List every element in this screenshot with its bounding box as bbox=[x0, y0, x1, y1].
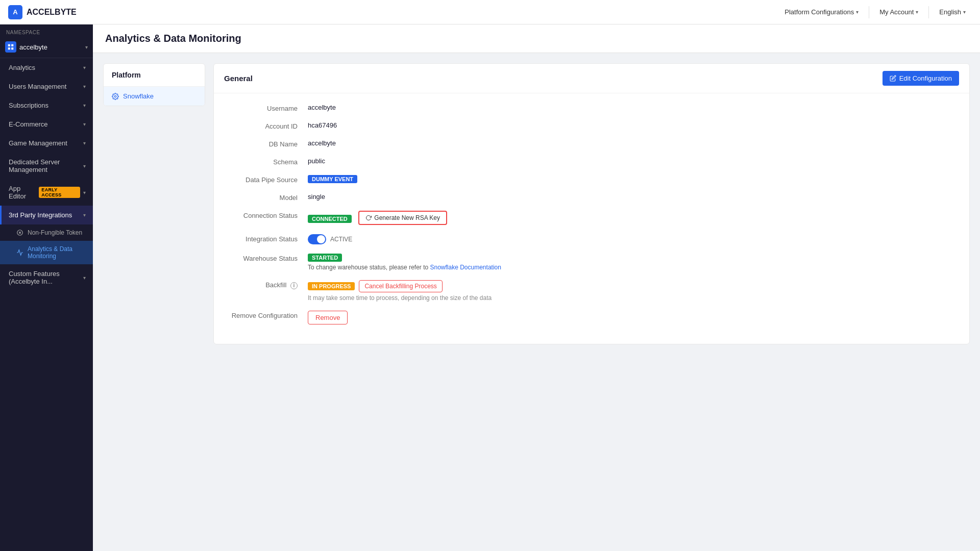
form-row-integration-status: Integration Status ACTIVE bbox=[226, 234, 957, 244]
integration-toggle: ACTIVE bbox=[308, 234, 957, 244]
backfill-value: IN PROGRESS Cancel Backfilling Process I… bbox=[308, 280, 957, 302]
data-pipe-source-label: Data Pipe Source bbox=[226, 175, 308, 184]
form-row-connection-status: Connection Status CONNECTED Generate New… bbox=[226, 211, 957, 225]
chevron-icon: ▾ bbox=[83, 163, 86, 169]
backfill-info-icon[interactable]: i bbox=[290, 282, 298, 289]
sidebar-item-3rd-party[interactable]: 3rd Party Integrations ▾ bbox=[0, 206, 93, 224]
form-row-data-pipe-source: Data Pipe Source Dummy Event bbox=[226, 175, 957, 184]
sidebar: NAMESPACE accelbyte ▾ Analytics ▾ Users … bbox=[0, 24, 93, 551]
integration-status-value: ACTIVE bbox=[308, 234, 957, 244]
language-btn[interactable]: English ▾ bbox=[933, 5, 972, 19]
sidebar-item-app-editor[interactable]: App Editor EARLY ACCESS ▾ bbox=[0, 179, 93, 206]
left-panel-item-label: Snowflake bbox=[123, 92, 154, 100]
sidebar-item-users-management[interactable]: Users Management ▾ bbox=[0, 77, 93, 96]
namespace-icon bbox=[5, 41, 16, 53]
chevron-down-icon: ▾ bbox=[963, 9, 966, 15]
early-access-badge: EARLY ACCESS bbox=[39, 187, 80, 198]
form-row-schema: Schema public bbox=[226, 157, 957, 166]
namespace-select[interactable]: accelbyte ▾ bbox=[0, 38, 93, 58]
edit-configuration-button[interactable]: Edit Configuration bbox=[883, 71, 959, 86]
sidebar-item-game-management[interactable]: Game Management ▾ bbox=[0, 134, 93, 153]
left-panel-item-snowflake[interactable]: Snowflake bbox=[104, 87, 205, 106]
left-panel-title: Platform bbox=[104, 64, 205, 87]
chevron-down-icon: ▾ bbox=[85, 44, 88, 50]
connection-status-label: Connection Status bbox=[226, 211, 308, 219]
chevron-icon: ▾ bbox=[83, 140, 86, 146]
sidebar-item-label: Custom Features (Accelbyte In... bbox=[9, 270, 83, 285]
svg-rect-3 bbox=[11, 47, 13, 49]
right-panel: General Edit Configuration Username acce… bbox=[213, 63, 970, 344]
remove-config-label: Remove Configuration bbox=[226, 311, 308, 319]
sidebar-item-label: 3rd Party Integrations bbox=[9, 211, 72, 219]
chevron-icon: ▾ bbox=[83, 190, 86, 195]
sidebar-item-analytics[interactable]: Analytics ▾ bbox=[0, 58, 93, 77]
account-id-label: Account ID bbox=[226, 121, 308, 130]
db-name-label: DB Name bbox=[226, 139, 308, 148]
nft-icon bbox=[16, 229, 23, 236]
sidebar-item-label: Analytics bbox=[9, 64, 35, 71]
sidebar-sub-item-nft[interactable]: Non-Fungible Token bbox=[0, 224, 93, 241]
snowflake-documentation-link[interactable]: Snowflake Documentation bbox=[430, 264, 501, 271]
sidebar-item-ecommerce[interactable]: E-Commerce ▾ bbox=[0, 115, 93, 134]
topbar: A ACCELBYTE Platform Configurations ▾ My… bbox=[0, 0, 980, 24]
content-area: Platform Snowflake General Edit Configur… bbox=[93, 53, 980, 551]
sidebar-item-label: E-Commerce bbox=[9, 120, 48, 128]
toggle-knob bbox=[317, 235, 325, 243]
chevron-icon: ▾ bbox=[83, 103, 86, 108]
left-panel: Platform Snowflake bbox=[103, 63, 205, 106]
form-row-remove-config: Remove Configuration Remove bbox=[226, 311, 957, 324]
grid-icon bbox=[7, 43, 14, 51]
platform-configurations-btn[interactable]: Platform Configurations ▾ bbox=[778, 5, 865, 19]
page-title: Analytics & Data Monitoring bbox=[105, 33, 968, 44]
backfill-label: Backfill i bbox=[226, 280, 308, 289]
backfill-status-badge: IN PROGRESS bbox=[308, 282, 355, 290]
sidebar-sub-item-analytics-monitoring[interactable]: Analytics & Data Monitoring bbox=[0, 241, 93, 264]
backfill-note: It may take some time to process, depend… bbox=[308, 294, 957, 302]
logo-text: ACCELBYTE bbox=[27, 8, 77, 17]
data-pipe-source-value: Dummy Event bbox=[308, 175, 957, 183]
schema-value: public bbox=[308, 157, 957, 165]
chevron-icon: ▾ bbox=[83, 212, 86, 218]
svg-rect-1 bbox=[11, 44, 13, 46]
username-value: accelbyte bbox=[308, 104, 957, 111]
form-area: Username accelbyte Account ID hca67496 D… bbox=[214, 93, 969, 344]
form-row-warehouse-status: Warehouse Status STARTED To change wareh… bbox=[226, 254, 957, 271]
main-content: Analytics & Data Monitoring Platform Sno… bbox=[93, 24, 980, 551]
backfill-inline: IN PROGRESS Cancel Backfilling Process bbox=[308, 280, 957, 292]
svg-rect-2 bbox=[8, 47, 10, 49]
chevron-icon: ▾ bbox=[83, 121, 86, 127]
analytics-icon bbox=[16, 249, 23, 256]
account-id-value: hca67496 bbox=[308, 121, 957, 129]
sidebar-item-label: Subscriptions bbox=[9, 102, 48, 109]
edit-icon bbox=[890, 75, 896, 82]
right-panel-header: General Edit Configuration bbox=[214, 64, 969, 93]
model-value: single bbox=[308, 193, 957, 201]
sidebar-item-dedicated-server[interactable]: Dedicated Server Management ▾ bbox=[0, 153, 93, 179]
connection-status-badge: CONNECTED bbox=[308, 215, 352, 223]
svg-rect-0 bbox=[8, 44, 10, 46]
db-name-value: accelbyte bbox=[308, 139, 957, 147]
svg-point-5 bbox=[114, 95, 116, 97]
remove-button[interactable]: Remove bbox=[308, 311, 348, 324]
right-panel-title: General bbox=[224, 74, 253, 83]
integration-status-label: Integration Status bbox=[226, 234, 308, 243]
form-row-model: Model single bbox=[226, 193, 957, 202]
chevron-down-icon: ▾ bbox=[916, 9, 918, 15]
form-row-backfill: Backfill i IN PROGRESS Cancel Backfillin… bbox=[226, 280, 957, 302]
data-pipe-badge: Dummy Event bbox=[308, 175, 357, 183]
sidebar-item-label: Dedicated Server Management bbox=[9, 158, 83, 173]
my-account-btn[interactable]: My Account ▾ bbox=[873, 5, 924, 19]
toggle-switch[interactable] bbox=[308, 234, 326, 244]
form-row-account-id: Account ID hca67496 bbox=[226, 121, 957, 130]
remove-config-value: Remove bbox=[308, 311, 957, 324]
sidebar-item-subscriptions[interactable]: Subscriptions ▾ bbox=[0, 96, 93, 115]
connection-status-value: CONNECTED Generate New RSA Key bbox=[308, 211, 957, 225]
generate-rsa-key-button[interactable]: Generate New RSA Key bbox=[358, 211, 447, 225]
sidebar-item-custom-features[interactable]: Custom Features (Accelbyte In... ▾ bbox=[0, 264, 93, 291]
cancel-backfill-button[interactable]: Cancel Backfilling Process bbox=[359, 280, 442, 292]
namespace-value: accelbyte bbox=[19, 43, 82, 51]
page-header: Analytics & Data Monitoring bbox=[93, 24, 980, 53]
schema-label: Schema bbox=[226, 157, 308, 166]
sub-item-label: Analytics & Data Monitoring bbox=[28, 245, 86, 260]
sidebar-item-label: Users Management bbox=[9, 83, 66, 90]
